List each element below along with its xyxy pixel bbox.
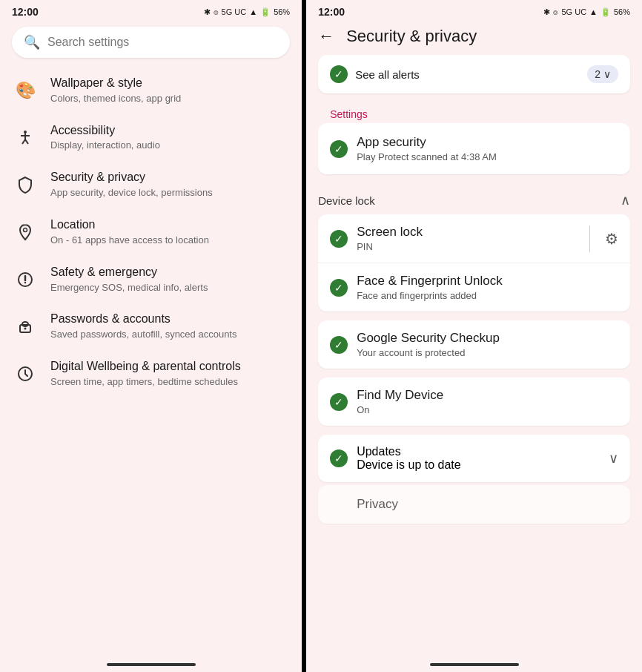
setting-text-accessibility: Accessibility Display, interaction, audi… xyxy=(50,123,290,153)
google-security-subtitle: Your account is protected xyxy=(357,347,618,358)
device-lock-chevron-icon: ∧ xyxy=(621,192,630,208)
right-content: Settings ✓ App security Play Protect sca… xyxy=(306,102,642,657)
svg-point-0 xyxy=(24,131,27,134)
find-my-device-item[interactable]: ✓ Find My Device On xyxy=(318,378,630,426)
left-status-icons: ✱ ⌾ 5G UC ▲ 🔋 56% xyxy=(204,7,291,17)
safety-icon xyxy=(12,266,39,293)
search-input[interactable] xyxy=(47,36,278,49)
right-header-title: Security & privacy xyxy=(346,27,477,46)
right-status-bar: 12:00 ✱ ⌾ 5G UC ▲ 🔋 56% xyxy=(306,0,642,21)
settings-item-passwords[interactable]: Passwords & accounts Saved passwords, au… xyxy=(0,303,302,350)
device-lock-header[interactable]: Device lock ∧ xyxy=(318,183,630,214)
updates-title: Updates xyxy=(357,445,461,458)
search-bar[interactable]: 🔍 xyxy=(12,27,290,58)
accessibility-subtitle: Display, interaction, audio xyxy=(50,139,290,152)
settings-item-wellbeing[interactable]: Digital Wellbeing & parental controls Sc… xyxy=(0,350,302,398)
section-label: Settings xyxy=(318,102,630,123)
settings-item-location[interactable]: Location On - 61 apps have access to loc… xyxy=(0,208,302,256)
face-fingerprint-check-icon: ✓ xyxy=(330,279,348,297)
settings-item-safety[interactable]: Safety & emergency Emergency SOS, medica… xyxy=(0,256,302,303)
settings-item-wallpaper[interactable]: 🎨 Wallpaper & style Colors, themed icons… xyxy=(0,67,302,114)
setting-text-location: Location On - 61 apps have access to loc… xyxy=(50,217,290,247)
svg-point-8 xyxy=(24,281,26,283)
safety-subtitle: Emergency SOS, medical info, alerts xyxy=(50,282,290,294)
privacy-icon xyxy=(330,495,348,513)
alerts-check-icon: ✓ xyxy=(330,65,348,83)
svg-line-4 xyxy=(25,139,28,144)
right-panel: 12:00 ✱ ⌾ 5G UC ▲ 🔋 56% ← Security & pri… xyxy=(306,0,642,672)
passwords-title: Passwords & accounts xyxy=(50,312,290,327)
screen-lock-subtitle: PIN xyxy=(357,241,575,252)
right-wifi-icon: ⌾ xyxy=(553,7,558,16)
right-header: ← Security & privacy xyxy=(306,21,642,55)
face-fingerprint-item[interactable]: ✓ Face & Fingerprint Unlock Face and fin… xyxy=(318,263,630,312)
left-bottom-indicator xyxy=(0,657,302,672)
updates-chevron-icon: ∨ xyxy=(609,450,618,467)
security-icon xyxy=(12,171,39,198)
security-title: Security & privacy xyxy=(50,170,290,185)
alerts-banner[interactable]: ✓ See all alerts 2 ∨ xyxy=(318,55,630,93)
alerts-badge[interactable]: 2 ∨ xyxy=(587,65,618,83)
app-security-text: App security Play Protect scanned at 4:3… xyxy=(357,135,497,162)
settings-list: 🎨 Wallpaper & style Colors, themed icons… xyxy=(0,67,302,657)
left-bottom-bar xyxy=(107,663,196,666)
left-status-bar: 12:00 ✱ ⌾ 5G UC ▲ 🔋 56% xyxy=(0,0,302,21)
privacy-item[interactable]: Privacy xyxy=(318,485,630,524)
accessibility-icon xyxy=(12,125,39,151)
screen-lock-title: Screen lock xyxy=(357,225,575,240)
setting-text-safety: Safety & emergency Emergency SOS, medica… xyxy=(50,265,290,294)
screen-lock-check-icon: ✓ xyxy=(330,230,348,248)
updates-item[interactable]: ✓ Updates Device is up to date ∨ xyxy=(318,435,630,482)
back-button[interactable]: ← xyxy=(318,27,334,46)
left-signal-icon: ▲ xyxy=(249,7,257,16)
google-security-check-icon: ✓ xyxy=(330,336,348,354)
accessibility-title: Accessibility xyxy=(50,123,290,139)
updates-check-icon: ✓ xyxy=(330,449,348,467)
google-security-title: Google Security Checkup xyxy=(357,331,618,346)
alerts-left: ✓ See all alerts xyxy=(330,65,420,83)
left-bluetooth-icon: ✱ xyxy=(204,7,211,17)
right-battery-label: 56% xyxy=(614,7,630,16)
app-security-card[interactable]: ✓ App security Play Protect scanned at 4… xyxy=(318,123,630,174)
left-wifi-icon: ⌾ xyxy=(214,7,219,16)
left-network-label: 5G UC xyxy=(222,7,247,16)
updates-subtitle: Device is up to date xyxy=(357,458,461,472)
lock-card: ✓ Screen lock PIN ⚙ ✓ Face & Fingerprint… xyxy=(318,214,630,312)
alerts-chevron-icon: ∨ xyxy=(603,68,611,80)
right-status-time: 12:00 xyxy=(318,6,345,18)
right-bottom-bar xyxy=(430,663,519,666)
right-network-label: 5G UC xyxy=(561,7,586,16)
find-my-device-text: Find My Device On xyxy=(357,388,618,415)
security-subtitle: App security, device lock, permissions xyxy=(50,187,290,200)
right-bluetooth-icon: ✱ xyxy=(543,7,550,17)
find-my-device-title: Find My Device xyxy=(357,388,618,403)
search-icon: 🔍 xyxy=(24,34,40,50)
setting-text-wellbeing: Digital Wellbeing & parental controls Sc… xyxy=(50,359,290,389)
setting-text-security: Security & privacy App security, device … xyxy=(50,170,290,200)
screen-lock-gear-icon[interactable]: ⚙ xyxy=(605,230,618,248)
privacy-title: Privacy xyxy=(357,497,398,512)
right-signal-icon: ▲ xyxy=(589,7,598,16)
safety-title: Safety & emergency xyxy=(50,265,290,280)
left-battery-icon: 🔋 xyxy=(260,7,271,17)
face-fingerprint-text: Face & Fingerprint Unlock Face and finge… xyxy=(357,274,618,301)
left-battery-label: 56% xyxy=(274,7,290,16)
wallpaper-title: Wallpaper & style xyxy=(50,76,290,91)
app-security-title: App security xyxy=(357,135,497,150)
settings-item-accessibility[interactable]: Accessibility Display, interaction, audi… xyxy=(0,114,302,162)
screen-lock-text: Screen lock PIN xyxy=(357,225,575,252)
setting-text-wallpaper: Wallpaper & style Colors, themed icons, … xyxy=(50,76,290,105)
google-security-item[interactable]: ✓ Google Security Checkup Your account i… xyxy=(318,320,630,369)
settings-item-security[interactable]: Security & privacy App security, device … xyxy=(0,161,302,208)
find-my-device-check-icon: ✓ xyxy=(330,393,348,411)
alerts-count: 2 xyxy=(595,68,600,80)
wellbeing-icon xyxy=(12,360,39,387)
setting-text-passwords: Passwords & accounts Saved passwords, au… xyxy=(50,312,290,341)
passwords-icon xyxy=(12,313,39,340)
screen-lock-item[interactable]: ✓ Screen lock PIN ⚙ xyxy=(318,214,630,263)
svg-point-5 xyxy=(24,228,27,231)
wellbeing-subtitle: Screen time, app timers, bedtime schedul… xyxy=(50,376,290,389)
wallpaper-subtitle: Colors, themed icons, app grid xyxy=(50,93,290,105)
face-fingerprint-title: Face & Fingerprint Unlock xyxy=(357,274,618,289)
wellbeing-title: Digital Wellbeing & parental controls xyxy=(50,359,290,375)
